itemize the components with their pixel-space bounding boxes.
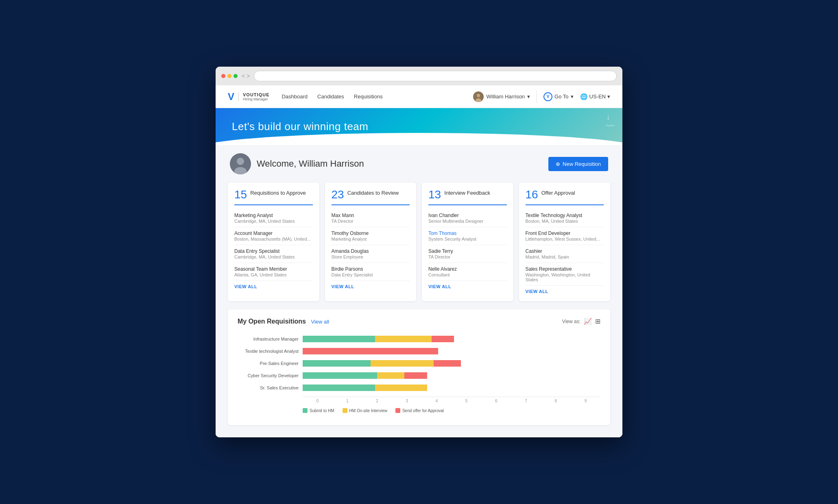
chart-row-4: Sr. Sales Executive [238,385,600,391]
card-1-view-all[interactable]: VIEW ALL [332,284,354,289]
svg-point-4 [237,158,244,165]
chart-row-2: Pre-Sales Engineer [238,360,600,367]
logo-text-block: VOUTIQUE Hiring Manager [238,92,269,101]
card-3-item-1: Front End DeveloperLittlehampton, West S… [526,227,604,245]
card-0: 15Requisitions to ApproveMarketing Analy… [228,182,319,301]
card-1-item-3-name: Birdie Parsons [332,266,410,272]
nav-user[interactable]: William Harrison ▾ [473,91,530,102]
card-3-item-2-sub: Madrid, Madrid, Spain [526,254,604,259]
logo-area: V VOUTIQUE Hiring Manager [228,92,269,102]
card-0-item-1: Account ManagerBoston, Massachusetts (MA… [234,227,313,245]
card-2-item-2-sub: TA Director [428,254,507,259]
top-nav: V VOUTIQUE Hiring Manager Dashboard Cand… [216,85,622,108]
dot-red[interactable] [221,74,225,78]
browser-window: < > V VOUTIQUE Hiring Manager Dashboard … [216,67,622,437]
card-0-item-3: Seasonal Team MemberAtlanta, GA, United … [234,263,313,281]
dot-green[interactable] [234,74,238,78]
chart-baseline [303,397,600,397]
card-2-item-0-sub: Senior Multimedia Designer [428,219,507,224]
card-2-item-1: Tom ThomasSystem Security Analyst [428,227,507,245]
card-3-item-3-sub: Washington, Washington, United States [526,272,604,282]
new-req-plus-icon: ⊕ [556,161,560,167]
globe-icon: 🌐 [580,93,588,100]
view-as-label: View as: [562,319,580,324]
bar-yellow-4 [375,385,427,391]
chart-bars-2 [303,360,506,367]
bar-red-1 [303,348,438,354]
bar-green-4 [303,385,375,391]
chart-row-3: Cyber Security Developer [238,372,600,379]
goto-logo-icon: V [543,92,552,101]
x-tick-2: 2 [362,399,392,403]
card-1-item-1: Timothy OsborneMarketing Analyst [332,227,410,245]
card-0-item-2-name: Data Entry Specialist [234,248,313,254]
legend-label-2: Send offer for Approval [402,408,444,413]
new-requisition-button[interactable]: ⊕ New Requisition [548,157,608,171]
card-0-item-2-sub: Cambridge, MA, United States [234,254,313,259]
card-0-item-2: Data Entry SpecialistCambridge, MA, Unit… [234,245,313,263]
card-2-view-all[interactable]: VIEW ALL [428,284,451,289]
nav-dashboard[interactable]: Dashboard [282,93,308,100]
svg-point-1 [477,94,480,97]
open-req-title: My Open Requisitions [238,318,306,325]
card-0-item-0: Marketing AnalystCambridge, MA, United S… [234,209,313,227]
bar-red-2 [434,360,461,367]
lang-dropdown-icon: ▾ [607,93,610,100]
address-bar[interactable] [254,71,617,81]
card-0-item-1-name: Account Manager [234,230,313,236]
chart-label-2: Pre-Sales Engineer [238,361,299,366]
bar-red-0 [432,336,454,342]
card-2-item-1-name[interactable]: Tom Thomas [428,230,507,236]
card-3-title: Offer Approval [541,190,575,197]
bar-green-0 [303,336,375,342]
x-tick-4: 4 [422,399,452,403]
card-2-item-2: Sadie TerryTA Director [428,245,507,263]
browser-nav[interactable]: < > [242,73,250,79]
cards-row: 15Requisitions to ApproveMarketing Analy… [228,182,610,301]
card-2-item-2-name: Sadie Terry [428,248,507,254]
nav-lang[interactable]: 🌐 US-EN ▾ [580,93,610,100]
nav-right: William Harrison ▾ V Go To ▾ 🌐 US-EN ▾ [473,91,610,103]
card-1-item-2-name: Amanda Douglas [332,248,410,254]
card-3: 16Offer ApprovalTextile Technology Analy… [519,182,611,301]
open-req-title-area: My Open Requisitions View all [238,318,329,325]
card-0-header: 15Requisitions to Approve [234,189,313,205]
grid-view-icon[interactable]: ⊞ [595,317,600,325]
logo-v-icon: V [228,92,234,102]
card-3-item-1-name: Front End Developer [526,230,604,236]
goto-label: Go To [554,93,568,100]
card-1-item-1-name: Timothy Osborne [332,230,410,236]
card-2-number: 13 [428,189,441,200]
goto-dropdown-icon: ▾ [571,93,574,100]
bar-green-2 [303,360,371,367]
card-1-item-1-sub: Marketing Analyst [332,237,410,241]
nav-back[interactable]: < [242,73,245,79]
nav-divider [537,91,537,103]
nav-goto[interactable]: V Go To ▾ [543,92,573,101]
legend-dot-2 [395,408,400,413]
card-0-view-all[interactable]: VIEW ALL [234,284,257,289]
chart-view-icon[interactable]: 📈 [584,317,592,325]
dot-yellow[interactable] [227,74,231,78]
bar-green-3 [303,372,377,379]
open-req-viewall-link[interactable]: View all [311,319,329,325]
card-2-item-3: Nelle AlvarezConsultant [428,263,507,281]
card-1: 23Candidates to ReviewMax MannTA Directo… [325,182,417,301]
card-1-number: 23 [332,189,344,200]
card-3-item-3: Sales RepresentativeWashington, Washingt… [526,263,604,286]
browser-chrome: < > [216,67,622,85]
card-1-item-3: Birdie ParsonsData Entry Specialist [332,263,410,281]
user-name: William Harrison [486,93,525,100]
card-0-item-3-name: Seasonal Team Member [234,266,313,272]
card-3-item-0-sub: Boston, MA, United States [526,219,604,224]
nav-candidates[interactable]: Candidates [317,93,344,100]
nav-forward[interactable]: > [247,73,250,79]
card-1-item-3-sub: Data Entry Specialist [332,272,410,277]
chart-container: Infrastructure ManagerTextile technologi… [238,332,600,417]
logo-sub: Hiring Manager [243,97,269,101]
card-3-view-all[interactable]: VIEW ALL [526,289,548,294]
open-req-header: My Open Requisitions View all View as: 📈… [238,317,600,325]
nav-requisitions[interactable]: Requisitions [354,93,383,100]
x-tick-5: 5 [452,399,481,403]
x-tick-3: 3 [392,399,422,403]
